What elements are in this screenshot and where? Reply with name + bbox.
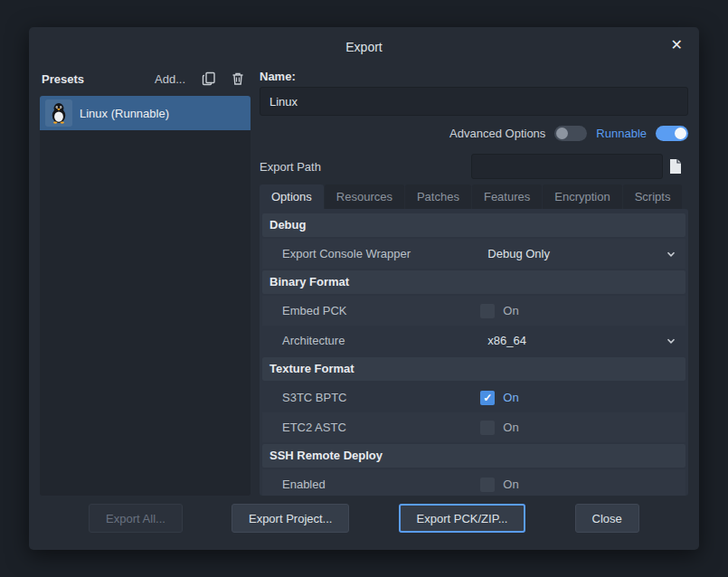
presets-header: Presets Add...	[40, 65, 251, 92]
file-icon	[668, 158, 683, 175]
enabled-checkbox[interactable]	[480, 478, 495, 492]
checkmark-icon: ✓	[483, 393, 492, 403]
advanced-options-toggle[interactable]	[554, 126, 587, 141]
close-icon[interactable]: ✕	[667, 35, 686, 55]
toggle-knob	[556, 128, 568, 139]
runnable-toggle[interactable]	[656, 126, 688, 141]
export-settings-panel: Name: Advanced Options Runnable Export P…	[260, 65, 688, 496]
s3tc-bptc-checkbox[interactable]: ✓	[480, 391, 495, 405]
section-header-texture-format: Texture Format	[262, 357, 685, 381]
section-header-debug: Debug	[262, 213, 685, 237]
section-header-binary-format: Binary Format	[262, 270, 685, 294]
linux-penguin-icon	[45, 99, 72, 127]
prop-label: ETC2 ASTC	[262, 421, 469, 434]
prop-editor: On	[469, 304, 685, 318]
checkbox-text: On	[503, 478, 518, 491]
prop-editor: ✓On	[469, 391, 685, 405]
checkbox-text: On	[503, 421, 518, 434]
prop-editor: On	[469, 478, 685, 492]
export-path-input[interactable]	[471, 154, 663, 179]
duplicate-preset-button[interactable]	[198, 68, 220, 90]
prop-label: Enabled	[262, 478, 469, 491]
duplicate-icon	[202, 71, 216, 86]
trash-icon	[231, 71, 245, 86]
prop-editor: x86_64	[469, 334, 685, 347]
preset-list: Linux (Runnable)	[40, 96, 251, 496]
prop-row-etc2-astc: ETC2 ASTCOn	[262, 412, 685, 442]
etc2-astc-checkbox[interactable]	[480, 421, 495, 435]
advanced-options-label: Advanced Options	[449, 127, 545, 140]
export-dialog: Export ✕ Presets Add... Linux (Runnable)	[29, 27, 699, 550]
prop-label: Architecture	[262, 334, 469, 347]
export-console-wrapper-dropdown[interactable]: Debug Only	[480, 247, 676, 260]
dialog-footer: Export All...Export Project...Export PCK…	[40, 496, 688, 541]
checkbox-text: On	[503, 391, 518, 404]
add-preset-button[interactable]: Add...	[155, 72, 185, 86]
dropdown-value: x86_64	[487, 334, 526, 347]
dialog-body: Presets Add... Linux (Runnable) Name:	[40, 65, 688, 496]
prop-label: Export Console Wrapper	[262, 247, 469, 260]
export-project-button[interactable]: Export Project...	[232, 504, 349, 533]
tab-encryption[interactable]: Encryption	[543, 184, 621, 209]
prop-label: S3TC BPTC	[262, 391, 469, 404]
toggle-knob	[675, 128, 686, 139]
architecture-dropdown[interactable]: x86_64	[480, 334, 676, 347]
export-all-button: Export All...	[89, 504, 183, 533]
options-panel: DebugExport Console WrapperDebug OnlyBin…	[260, 209, 688, 496]
export-pck-zip-button[interactable]: Export PCK/ZIP...	[399, 504, 526, 533]
tab-features[interactable]: Features	[472, 184, 542, 209]
dropdown-value: Debug Only	[487, 247, 550, 260]
dialog-header: Export ✕	[40, 34, 688, 60]
chevron-down-icon	[666, 249, 676, 260]
dialog-title: Export	[345, 40, 382, 54]
export-path-label: Export Path	[260, 160, 471, 174]
checkbox-text: On	[503, 304, 518, 317]
export-path-row: Export Path	[260, 150, 688, 183]
tab-resources[interactable]: Resources	[325, 184, 404, 209]
prop-row-s3tc-bptc: S3TC BPTC✓On	[262, 383, 685, 412]
tab-bar: OptionsResourcesPatchesFeaturesEncryptio…	[260, 184, 688, 209]
prop-row-embed-pck: Embed PCKOn	[262, 296, 685, 326]
prop-row-export-console-wrapper: Export Console WrapperDebug Only	[262, 239, 685, 269]
tab-scripts[interactable]: Scripts	[623, 184, 683, 209]
browse-path-button[interactable]	[663, 154, 688, 179]
tab-patches[interactable]: Patches	[405, 184, 471, 209]
presets-title: Presets	[42, 72, 147, 86]
preset-item-label: Linux (Runnable)	[80, 107, 169, 120]
runnable-label: Runnable	[596, 127, 647, 140]
name-input[interactable]	[260, 87, 688, 116]
prop-row-architecture: Architecturex86_64	[262, 326, 685, 355]
delete-preset-button[interactable]	[227, 68, 249, 90]
name-label: Name:	[260, 65, 688, 87]
prop-label: Embed PCK	[262, 304, 469, 317]
toggle-row: Advanced Options Runnable	[260, 116, 688, 150]
close-button[interactable]: Close	[575, 504, 639, 533]
tab-options[interactable]: Options	[260, 184, 324, 209]
prop-row-enabled: EnabledOn	[262, 469, 685, 496]
section-header-ssh-remote-deploy: SSH Remote Deploy	[262, 444, 685, 468]
prop-editor: Debug Only	[469, 247, 685, 260]
presets-panel: Presets Add... Linux (Runnable)	[40, 65, 251, 496]
preset-item-linux-runnable[interactable]: Linux (Runnable)	[40, 96, 251, 130]
embed-pck-checkbox[interactable]	[480, 304, 495, 318]
chevron-down-icon	[666, 336, 676, 346]
prop-editor: On	[469, 421, 685, 435]
